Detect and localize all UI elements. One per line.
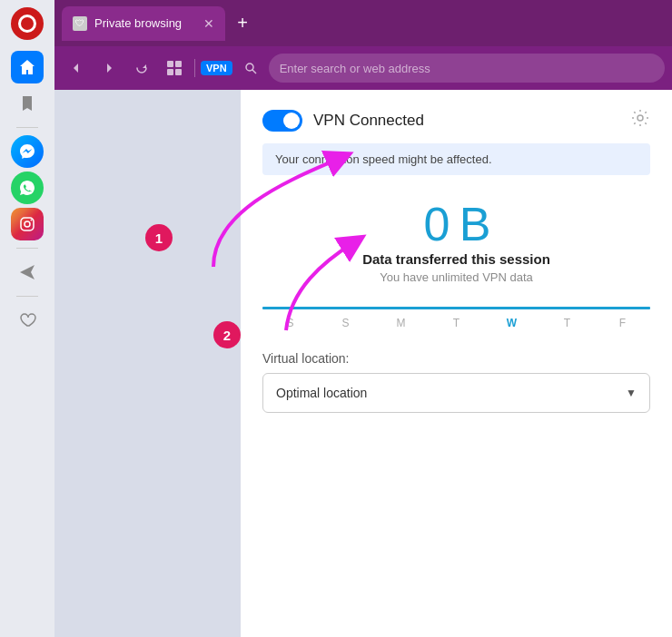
dropdown-arrow-icon: ▼ — [626, 387, 637, 399]
page-content: VPN Connected Your connection speed migh… — [54, 90, 672, 637]
sidebar-item-instagram[interactable] — [11, 208, 44, 240]
tab-favicon: 🛡 — [73, 16, 87, 31]
new-tab-button[interactable]: + — [229, 10, 256, 37]
svg-point-9 — [637, 115, 643, 121]
sidebar-item-home[interactable] — [11, 51, 44, 83]
data-amount: 0 B — [262, 197, 650, 251]
address-placeholder: Enter search or web address — [280, 62, 430, 75]
chart-bar-container — [262, 306, 650, 309]
opera-logo[interactable] — [11, 7, 44, 40]
tab-title: Private browsing — [94, 16, 196, 30]
chart-day-2: M — [373, 317, 429, 329]
sidebar-divider-2 — [16, 248, 38, 249]
sidebar-item-send[interactable] — [11, 256, 44, 289]
address-bar[interactable]: Enter search or web address — [269, 54, 665, 83]
sidebar-item-whatsapp[interactable] — [11, 172, 44, 204]
toggle-thumb — [283, 113, 300, 129]
location-select-dropdown[interactable]: Optimal location ▼ — [262, 373, 650, 413]
chart-day-3: T — [429, 317, 484, 329]
vpn-toggle[interactable] — [262, 110, 302, 132]
speed-notice-text: Your connection speed might be affected. — [275, 152, 492, 166]
settings-icon[interactable] — [630, 108, 650, 132]
chart-day-5: T — [539, 317, 595, 329]
location-select-text: Optimal location — [276, 386, 367, 400]
sidebar-item-heart[interactable] — [11, 304, 44, 337]
sidebar-item-bookmark[interactable] — [11, 87, 44, 120]
svg-line-8 — [252, 70, 256, 74]
data-label: Data transferred this session — [262, 251, 650, 267]
virtual-location: Virtual location: Optimal location ▼ — [262, 351, 650, 413]
extensions-button[interactable] — [160, 54, 189, 83]
right-panel: VPN Connected Your connection speed migh… — [241, 90, 672, 637]
tab-bar: 🛡 Private browsing ✕ + — [54, 0, 672, 46]
data-sublabel: You have unlimited VPN data — [262, 270, 650, 284]
svg-point-2 — [31, 220, 33, 221]
chart-days: S S M T W T F — [262, 313, 650, 333]
svg-rect-3 — [167, 61, 173, 67]
forward-button[interactable] — [94, 54, 124, 83]
sidebar-divider-3 — [16, 296, 38, 297]
sidebar-divider-1 — [16, 127, 38, 128]
vpn-status-text: VPN Connected — [313, 112, 619, 130]
chart-day-0: S — [262, 317, 318, 329]
svg-rect-4 — [175, 61, 182, 67]
svg-rect-6 — [175, 69, 182, 75]
search-icon[interactable] — [236, 54, 265, 83]
svg-point-7 — [246, 64, 253, 71]
chart-day-4: W — [484, 317, 539, 329]
chart-day-1: S — [318, 317, 373, 329]
nav-bar: VPN Enter search or web address — [54, 46, 672, 90]
virtual-location-label: Virtual location: — [262, 351, 650, 366]
svg-point-1 — [25, 221, 30, 227]
speed-notice: Your connection speed might be affected. — [262, 143, 650, 175]
opera-sidebar — [0, 0, 54, 637]
left-panel — [54, 90, 241, 637]
back-button[interactable] — [62, 54, 91, 83]
nav-separator — [194, 59, 195, 77]
chart-day-6: F — [595, 317, 650, 329]
browser-area: 🛡 Private browsing ✕ + — [54, 0, 672, 637]
sidebar-item-messenger[interactable] — [11, 135, 44, 168]
chart-area: S S M T W T F — [262, 306, 650, 333]
vpn-badge[interactable]: VPN — [201, 61, 232, 75]
chart-line — [262, 307, 650, 309]
reload-button[interactable] — [127, 54, 156, 83]
private-browsing-tab[interactable]: 🛡 Private browsing ✕ — [62, 6, 225, 41]
data-transferred: 0 B Data transferred this session You ha… — [262, 197, 650, 284]
tab-close-button[interactable]: ✕ — [203, 16, 214, 31]
svg-rect-5 — [167, 69, 173, 75]
vpn-status-row: VPN Connected — [262, 108, 650, 132]
